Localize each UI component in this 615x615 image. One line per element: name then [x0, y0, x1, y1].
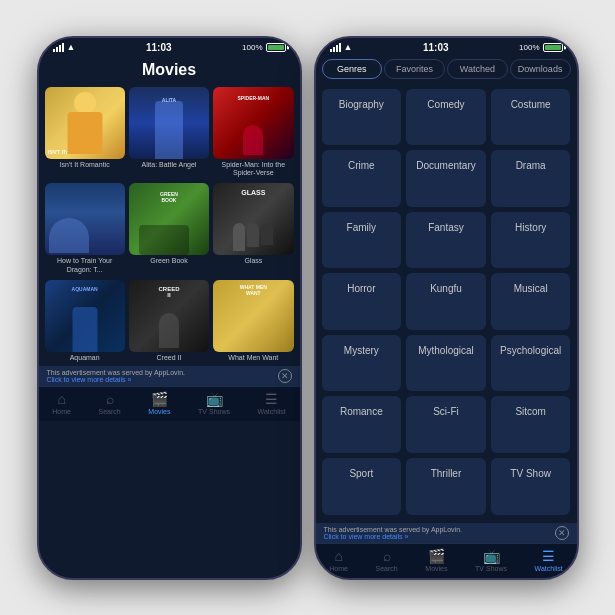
genre-documentary[interactable]: Documentary [406, 150, 486, 207]
battery-text-right: 100% [519, 43, 539, 52]
movies-grid: Isn't It Romantic ALITA Alita: Battle An… [39, 87, 300, 365]
nav-label-home-left: Home [52, 408, 71, 415]
nav-label-tv-left: TV Shows [198, 408, 230, 415]
nav-movies-right[interactable]: 🎬 Movies [425, 548, 447, 572]
nav-label-movies-right: Movies [425, 565, 447, 572]
movie-card-alita[interactable]: ALITA Alita: Battle Angel [129, 87, 209, 180]
ad-content-right: This advertisement was served by AppLovi… [324, 526, 463, 540]
status-bar-left: ▲ 11:03 100% [39, 38, 300, 55]
genres-grid: Biography Comedy Costume Crime Documenta… [316, 83, 577, 521]
genre-kungfu[interactable]: Kungfu [406, 273, 486, 330]
battery-area-left: 100% [242, 43, 285, 52]
movies-title: Movies [39, 55, 300, 87]
signal-icon [53, 43, 64, 52]
genre-horror[interactable]: Horror [322, 273, 402, 330]
genre-family[interactable]: Family [322, 212, 402, 269]
signal-icon-right [330, 43, 341, 52]
movie-card-isnt-romantic[interactable]: Isn't It Romantic [45, 87, 125, 180]
wifi-icon-right: ▲ [344, 42, 353, 52]
genre-history[interactable]: History [491, 212, 571, 269]
nav-label-tv-right: TV Shows [475, 565, 507, 572]
main-container: ▲ 11:03 100% Movies [17, 16, 599, 600]
movies-icon-right: 🎬 [428, 548, 445, 564]
genre-romance[interactable]: Romance [322, 396, 402, 453]
tv-icon-left: 📺 [206, 391, 223, 407]
status-bar-right: ▲ 11:03 100% [316, 38, 577, 55]
genre-thriller[interactable]: Thriller [406, 458, 486, 515]
genres-tabs: Genres Favorites Watched Downloads [316, 55, 577, 83]
battery-area-right: 100% [519, 43, 562, 52]
movie-label-spiderman: Spider-Man: Into the Spider-Verse [213, 159, 293, 180]
movie-label-whatmen: What Men Want [213, 352, 293, 364]
genre-scifi[interactable]: Sci-Fi [406, 396, 486, 453]
nav-watchlist-left[interactable]: ☰ Watchlist [258, 391, 286, 415]
nav-search-left[interactable]: ⌕ Search [99, 391, 121, 415]
genre-biography[interactable]: Biography [322, 89, 402, 146]
genre-psychological[interactable]: Psychological [491, 335, 571, 392]
ad-banner-left[interactable]: This advertisement was served by AppLovi… [39, 366, 300, 386]
ad-subtext-right: Click to view more details » [324, 533, 463, 540]
ad-content-left: This advertisement was served by AppLovi… [47, 369, 186, 383]
movie-label-isnt-romantic: Isn't It Romantic [45, 159, 125, 171]
watchlist-icon-left: ☰ [265, 391, 278, 407]
movie-card-dragon[interactable]: How to Train Your Dragon: T... [45, 183, 125, 276]
ad-close-left[interactable]: ✕ [278, 369, 292, 383]
search-icon-left: ⌕ [106, 391, 114, 407]
genre-drama[interactable]: Drama [491, 150, 571, 207]
nav-label-home-right: Home [329, 565, 348, 572]
wifi-icon: ▲ [67, 42, 76, 52]
nav-label-watchlist-left: Watchlist [258, 408, 286, 415]
bottom-nav-left: ⌂ Home ⌕ Search 🎬 Movies 📺 TV Shows [39, 386, 300, 421]
bottom-nav-right: ⌂ Home ⌕ Search 🎬 Movies 📺 TV Shows [316, 543, 577, 578]
genre-costume[interactable]: Costume [491, 89, 571, 146]
movie-card-aquaman[interactable]: AQUAMAN Aquaman [45, 280, 125, 364]
tab-genres[interactable]: Genres [322, 59, 383, 79]
genre-musical[interactable]: Musical [491, 273, 571, 330]
movie-card-creed[interactable]: CREEDII Creed II [129, 280, 209, 364]
status-time-right: 11:03 [423, 42, 449, 53]
movie-label-glass: Glass [213, 255, 293, 267]
tab-watched[interactable]: Watched [447, 59, 508, 79]
ad-text-left: This advertisement was served by AppLovi… [47, 369, 186, 376]
tv-icon-right: 📺 [483, 548, 500, 564]
nav-tv-right[interactable]: 📺 TV Shows [475, 548, 507, 572]
movie-card-glass[interactable]: GLASS Glass [213, 183, 293, 276]
nav-tv-left[interactable]: 📺 TV Shows [198, 391, 230, 415]
search-icon-right: ⌕ [383, 548, 391, 564]
movie-label-aquaman: Aquaman [45, 352, 125, 364]
movie-card-greenbook[interactable]: GREENBOOK Green Book [129, 183, 209, 276]
movie-card-spiderman[interactable]: SPIDER-MAN Spider-Man: Into the Spider-V… [213, 87, 293, 180]
right-phone: ▲ 11:03 100% Genres Favorites Watched [314, 36, 579, 580]
movie-label-alita: Alita: Battle Angel [129, 159, 209, 171]
battery-icon-left [266, 43, 286, 52]
movie-label-greenbook: Green Book [129, 255, 209, 267]
home-icon-left: ⌂ [57, 391, 65, 407]
movie-card-whatmen[interactable]: WHAT MENWANT What Men Want [213, 280, 293, 364]
movies-icon-left: 🎬 [151, 391, 168, 407]
tab-favorites[interactable]: Favorites [384, 59, 445, 79]
genre-fantasy[interactable]: Fantasy [406, 212, 486, 269]
ad-banner-right[interactable]: This advertisement was served by AppLovi… [316, 523, 577, 543]
nav-label-watchlist-right: Watchlist [535, 565, 563, 572]
nav-home-right[interactable]: ⌂ Home [329, 548, 348, 572]
nav-search-right[interactable]: ⌕ Search [376, 548, 398, 572]
status-time-left: 11:03 [146, 42, 172, 53]
genre-mystery[interactable]: Mystery [322, 335, 402, 392]
movie-label-dragon: How to Train Your Dragon: T... [45, 255, 125, 276]
genre-sport[interactable]: Sport [322, 458, 402, 515]
nav-label-movies-left: Movies [148, 408, 170, 415]
nav-movies-left[interactable]: 🎬 Movies [148, 391, 170, 415]
genre-tvshow[interactable]: TV Show [491, 458, 571, 515]
genre-crime[interactable]: Crime [322, 150, 402, 207]
nav-home-left[interactable]: ⌂ Home [52, 391, 71, 415]
nav-watchlist-right[interactable]: ☰ Watchlist [535, 548, 563, 572]
ad-subtext-left: Click to view more details » [47, 376, 186, 383]
genre-comedy[interactable]: Comedy [406, 89, 486, 146]
movie-label-creed: Creed II [129, 352, 209, 364]
genre-sitcom[interactable]: Sitcom [491, 396, 571, 453]
nav-label-search-left: Search [99, 408, 121, 415]
genre-mythological[interactable]: Mythological [406, 335, 486, 392]
tab-downloads[interactable]: Downloads [510, 59, 571, 79]
battery-icon-right [543, 43, 563, 52]
ad-close-right[interactable]: ✕ [555, 526, 569, 540]
